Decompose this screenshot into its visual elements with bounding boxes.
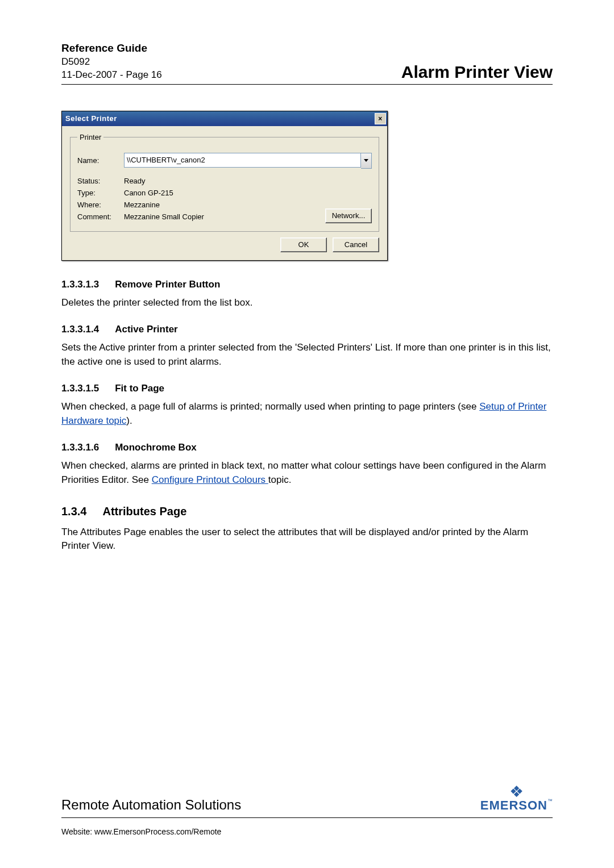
emerson-wordmark: EMERSON xyxy=(480,798,547,812)
heading-monochrome-box: 1.3.3.1.6 Monochrome Box xyxy=(61,441,553,455)
printer-name-input[interactable] xyxy=(124,153,361,168)
status-value: Ready xyxy=(124,177,146,185)
comment-value: Mezzanine Small Copier xyxy=(124,212,204,221)
chevron-down-icon[interactable] xyxy=(361,153,372,169)
page-footer: Remote Automation Solutions ❖ EMERSON™ W… xyxy=(61,786,553,836)
doc-number: D5092 xyxy=(61,56,162,69)
dialog-titlebar: Select Printer × xyxy=(62,111,387,126)
heading-remove-printer: 1.3.3.1.3 Remove Printer Button xyxy=(61,278,553,292)
para-fit-to-page: When checked, a page full of alarms is p… xyxy=(61,400,553,428)
heading-attributes-page: 1.3.4 Attributes Page xyxy=(61,503,553,520)
page-title: Alarm Printer View xyxy=(401,62,553,82)
reference-guide-label: Reference Guide xyxy=(61,41,162,56)
type-value: Canon GP-215 xyxy=(124,189,173,197)
printer-name-combo[interactable] xyxy=(124,153,372,169)
printer-group: Printer Name: Status: Ready Type: Canon … xyxy=(70,133,379,232)
where-label: Where: xyxy=(77,201,124,209)
footer-website: Website: www.EmersonProcess.com/Remote xyxy=(61,827,553,836)
date-page: 11-Dec-2007 - Page 16 xyxy=(61,69,162,82)
cancel-button[interactable]: Cancel xyxy=(333,237,379,252)
comment-label: Comment: xyxy=(77,212,124,221)
page-header: Reference Guide D5092 11-Dec-2007 - Page… xyxy=(61,41,553,85)
network-button[interactable]: Network... xyxy=(325,208,372,223)
para-monochrome-box: When checked, alarms are printed in blac… xyxy=(61,459,553,487)
heading-active-printer: 1.3.3.1.4 Active Printer xyxy=(61,323,553,337)
link-configure-printout-colours[interactable]: Configure Printout Colours xyxy=(152,474,268,485)
emerson-logo: ❖ EMERSON™ xyxy=(480,786,553,813)
header-left: Reference Guide D5092 11-Dec-2007 - Page… xyxy=(61,41,162,82)
where-value: Mezzanine xyxy=(124,201,160,209)
name-label: Name: xyxy=(77,156,124,165)
printer-group-legend: Printer xyxy=(77,133,103,141)
para-remove-printer: Deletes the printer selected from the li… xyxy=(61,296,553,310)
status-label: Status: xyxy=(77,177,124,185)
emerson-logo-icon: ❖ xyxy=(509,786,524,798)
type-label: Type: xyxy=(77,189,124,197)
dialog-title: Select Printer xyxy=(65,114,117,123)
select-printer-dialog: Select Printer × Printer Name: Status: R… xyxy=(61,111,388,261)
ok-button[interactable]: OK xyxy=(280,237,327,252)
heading-fit-to-page: 1.3.3.1.5 Fit to Page xyxy=(61,382,553,396)
para-attributes-page: The Attributes Page enables the user to … xyxy=(61,525,553,553)
close-icon[interactable]: × xyxy=(375,113,386,124)
para-active-printer: Sets the Active printer from a printer s… xyxy=(61,341,553,369)
footer-company: Remote Automation Solutions xyxy=(61,797,241,813)
document-body: 1.3.3.1.3 Remove Printer Button Deletes … xyxy=(61,278,553,553)
